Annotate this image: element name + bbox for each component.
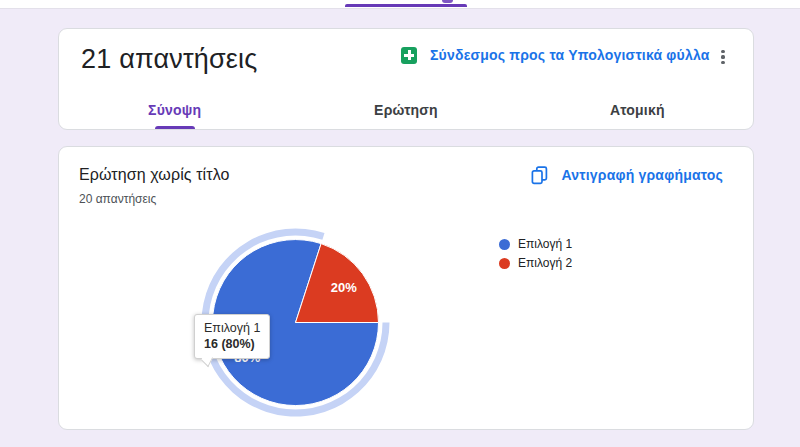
tab-question[interactable]: Ερώτηση [290, 91, 521, 129]
tab-individual-label: Ατομική [610, 102, 665, 118]
legend-dot-blue [499, 239, 510, 250]
legend-item-option1: Επιλογή 1 [499, 237, 572, 251]
question-result-card: Ερώτηση χωρίς τίτλο 20 απαντήσεις Αντιγρ… [58, 146, 754, 430]
more-vert-icon [721, 50, 724, 53]
active-header-tab-indicator [345, 4, 467, 7]
chart-legend: Επιλογή 1 Επιλογή 2 [499, 237, 572, 270]
pie-chart-svg: 80%20% [59, 147, 755, 431]
tab-question-label: Ερώτηση [374, 102, 438, 118]
tab-summary[interactable]: Σύνοψη [59, 91, 290, 129]
slice-tooltip: Επιλογή 1 16 (80%) [194, 314, 270, 359]
link-to-sheets-label: Σύνδεσμος προς τα Υπολογιστικά φύλλα [430, 47, 710, 63]
more-options-button[interactable] [713, 46, 733, 68]
google-sheets-icon [401, 47, 417, 64]
tooltip-option-label: Επιλογή 1 [204, 320, 260, 336]
legend-dot-red [499, 258, 510, 269]
responses-tabs: Σύνοψη Ερώτηση Ατομική [59, 91, 753, 129]
responses-count-title: 21 απαντήσεις [81, 44, 258, 75]
legend-label-option2: Επιλογή 2 [518, 256, 572, 270]
tab-summary-label: Σύνοψη [148, 102, 201, 118]
pie-percent-label-1: 20% [331, 280, 357, 295]
legend-label-option1: Επιλογή 1 [518, 237, 572, 251]
tab-individual[interactable]: Ατομική [522, 91, 753, 129]
editor-header-strip [0, 0, 800, 9]
legend-item-option2: Επιλογή 2 [499, 256, 572, 270]
responses-summary-card: 21 απαντήσεις Σύνδεσμος προς τα Υπολογισ… [58, 28, 754, 130]
responses-badge-fragment [442, 0, 453, 3]
tab-active-underline [155, 126, 195, 129]
tooltip-value: 16 (80%) [204, 336, 260, 352]
forms-responses-page: 21 απαντήσεις Σύνδεσμος προς τα Υπολογισ… [0, 0, 800, 447]
link-to-sheets-button[interactable]: Σύνδεσμος προς τα Υπολογιστικά φύλλα [401, 45, 710, 65]
